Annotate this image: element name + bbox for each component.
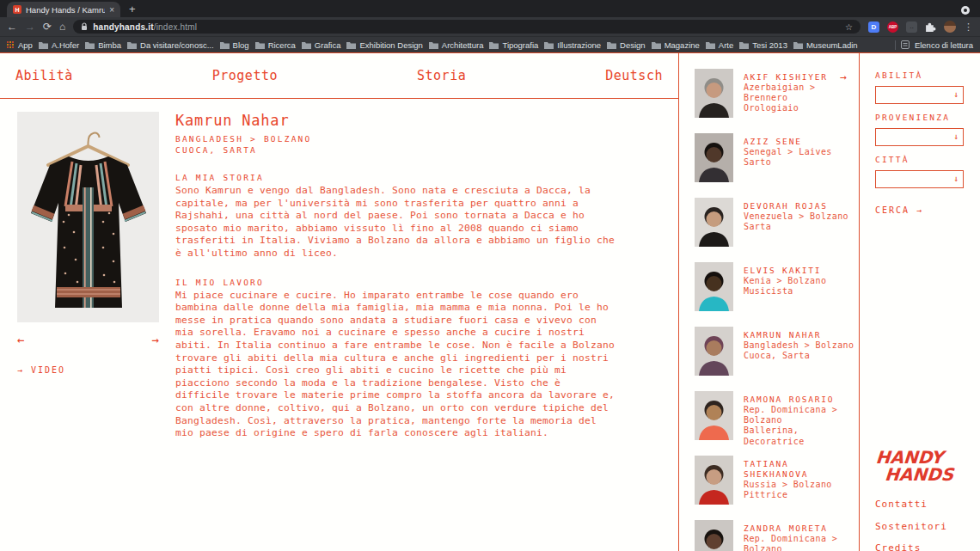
site-nav: Abilità Progetto Storia Deutsch: [0, 53, 678, 99]
person-list-item[interactable]: ZANDRA MORETA Rep. Dominicana > Bolzano …: [695, 520, 859, 551]
webpage: Abilità Progetto Storia Deutsch: [0, 52, 980, 551]
person-name: ZANDRA MORETA: [744, 523, 859, 534]
site-footer: HANDY HANDS Contatti Sostenitori Credits: [875, 449, 954, 551]
bookmark-label: MuseumLadin: [806, 40, 858, 50]
credits-link[interactable]: Credits: [875, 542, 954, 551]
folder-icon: [429, 41, 438, 49]
people-list: AKIF KISHIYER Azerbaigian > Brennero Oro…: [679, 53, 860, 551]
extension-d-icon[interactable]: D: [868, 21, 879, 33]
person-list-item[interactable]: TATIANA SHEKHANOVA Russia > Bolzano Pitt…: [695, 456, 859, 505]
person-profession: Ballerina, Decoratrice: [744, 425, 859, 446]
adblock-icon[interactable]: ABP: [887, 21, 898, 33]
bookmark-folder[interactable]: Magazine: [652, 40, 700, 50]
person-arrow-icon[interactable]: →: [840, 69, 847, 118]
handy-hands-logo[interactable]: HANDY HANDS: [874, 449, 956, 483]
person-list-item[interactable]: ELVIS KAKITI Kenia > Bolzano Musicista: [695, 262, 859, 311]
bookmark-label: Magazine: [665, 40, 700, 50]
garment-photo: [17, 112, 159, 322]
person-photo: [695, 327, 733, 376]
person-profession: Orologiaio: [744, 103, 840, 113]
bookmark-folder[interactable]: Illustrazione: [544, 40, 601, 50]
close-tab-icon[interactable]: ×: [109, 5, 114, 15]
folder-icon: [127, 41, 137, 49]
folder-icon: [255, 41, 265, 49]
bookmark-folder[interactable]: Ricerca: [255, 40, 296, 50]
chevron-down-icon: ↓: [953, 174, 959, 183]
person-list-item[interactable]: RAMONA ROSARIO Rep. Dominicana > Bolzano…: [695, 391, 859, 440]
bookmark-folder[interactable]: A.Hofer: [39, 40, 79, 50]
person-photo: [695, 520, 733, 551]
person-name: KAMRUN NAHAR: [744, 330, 854, 340]
bookmark-folder[interactable]: Da visitare/conosc...: [127, 40, 214, 50]
bookmark-folder[interactable]: Arte: [706, 40, 733, 50]
search-button[interactable]: CERCA →: [875, 205, 923, 215]
bookmark-apps[interactable]: App: [7, 40, 33, 50]
filter-select-citta[interactable]: ↓: [875, 170, 964, 188]
home-icon[interactable]: ⌂: [59, 21, 65, 32]
work-heading: IL MIO LAVORO: [175, 278, 616, 287]
person-list-item[interactable]: DEVORAH ROJAS Venezuela > Bolzano Sarta: [695, 198, 859, 247]
bookmark-star-icon[interactable]: ☆: [845, 22, 853, 32]
extensions-puzzle-icon[interactable]: [925, 21, 936, 33]
person-list-item[interactable]: KAMRUN NAHAR Bangladesh > Bolzano Cuoca,…: [695, 327, 859, 376]
tab-search-icon[interactable]: [961, 6, 970, 15]
person-list-item[interactable]: AZIZ SENE Senegal > Laives Sarto: [695, 133, 859, 182]
person-name: AKIF KISHIYER: [744, 72, 840, 83]
folder-icon: [652, 41, 661, 49]
url-text: handyhands.it/index.html: [93, 22, 197, 32]
chevron-down-icon: ↓: [953, 89, 959, 99]
nav-abilita[interactable]: Abilità: [15, 68, 73, 83]
main-column: Abilità Progetto Storia Deutsch: [0, 53, 679, 551]
bookmark-label: Bimba: [98, 40, 121, 50]
profile-avatar[interactable]: [944, 21, 956, 33]
bookmark-label: Illustrazione: [557, 40, 601, 50]
url-path: /index.html: [154, 22, 198, 32]
sostenitori-link[interactable]: Sostenitori: [875, 521, 954, 532]
lock-icon: [81, 22, 88, 31]
folder-icon: [85, 41, 95, 49]
person-origin: Azerbaigian > Brennero: [744, 83, 840, 103]
bookmark-folder[interactable]: Tipografia: [489, 40, 538, 50]
bookmark-folder[interactable]: Tesi 2013: [739, 40, 787, 50]
filter-select-provenienza[interactable]: ↓: [875, 128, 964, 146]
bookmarks-list: App A.Hofer Bimba Da visitare/conosc... …: [7, 40, 895, 50]
bookmark-folder[interactable]: Architettura: [429, 40, 484, 50]
bookmark-label: Grafica: [315, 40, 341, 50]
nav-progetto[interactable]: Progetto: [212, 68, 278, 83]
bookmark-label: Tipografia: [502, 40, 538, 50]
nav-deutsch[interactable]: Deutsch: [605, 68, 663, 83]
profile-professions: CUOCA, SARTA: [175, 145, 616, 156]
person-photo: [695, 133, 733, 182]
folder-icon: [544, 41, 554, 49]
address-bar[interactable]: handyhands.it/index.html ☆: [73, 20, 861, 34]
person-profession: Cuoca, Sarta: [744, 351, 854, 361]
prev-arrow-icon[interactable]: ←: [17, 333, 24, 346]
bookmark-label: Tesi 2013: [752, 40, 787, 50]
nav-storia[interactable]: Storia: [417, 68, 466, 83]
video-link[interactable]: → VIDEO: [17, 365, 65, 375]
person-photo: [695, 198, 733, 247]
browser-tab[interactable]: H Handy Hands / Kamrun ×: [7, 2, 120, 17]
reload-icon[interactable]: ⟳: [43, 21, 52, 32]
extension-dark-icon[interactable]: ‥: [906, 21, 917, 33]
reading-list-button[interactable]: Elenco di lettura: [895, 40, 973, 50]
person-list-item[interactable]: AKIF KISHIYER Azerbaigian > Brennero Oro…: [695, 69, 859, 118]
browser-menu-icon[interactable]: ⋮: [964, 21, 973, 33]
new-tab-button[interactable]: +: [129, 3, 136, 15]
chevron-down-icon: ↓: [953, 132, 959, 141]
back-icon[interactable]: ←: [7, 21, 17, 32]
filter-select-abilita[interactable]: ↓: [875, 86, 964, 104]
contatti-link[interactable]: Contatti: [875, 499, 954, 510]
bookmarks-bar: App A.Hofer Bimba Da visitare/conosc... …: [0, 36, 980, 52]
next-arrow-icon[interactable]: →: [152, 333, 159, 346]
bookmark-folder[interactable]: Exhibition Design: [346, 40, 422, 50]
bookmark-folder[interactable]: Grafica: [302, 40, 341, 50]
bookmark-folder[interactable]: Design: [607, 40, 646, 50]
forward-icon[interactable]: →: [25, 21, 35, 32]
bookmark-label: Da visitare/conosc...: [140, 40, 214, 50]
bookmark-folder[interactable]: Blog: [220, 40, 249, 50]
folder-icon: [346, 41, 356, 49]
bookmark-folder[interactable]: MuseumLadin: [793, 40, 858, 50]
bookmark-folder[interactable]: Bimba: [85, 40, 121, 50]
person-name: AZIZ SENE: [744, 137, 832, 147]
